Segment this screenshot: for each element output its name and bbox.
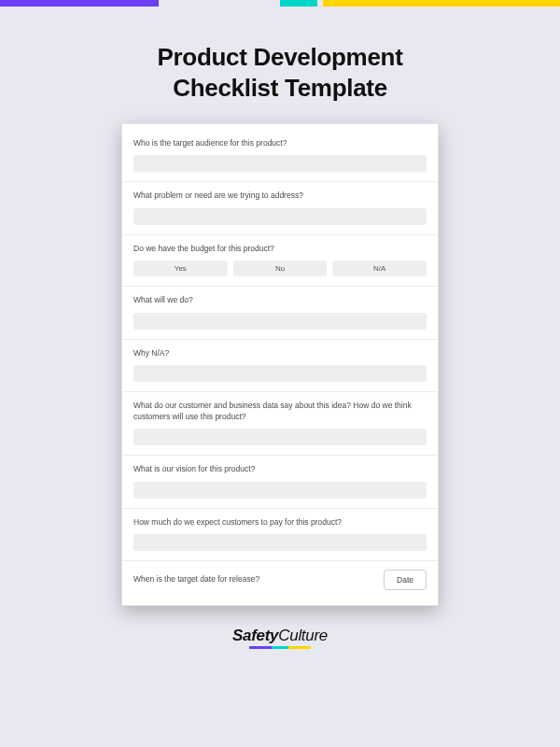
question-problem-need: What problem or need are we trying to ad… [122, 182, 438, 234]
page-title: Product Development Checklist Template [0, 42, 560, 103]
question-customer-data: What do our customer and business data s… [122, 392, 438, 456]
safetyculture-logo: SafetyCulture [0, 627, 560, 649]
option-row: Yes No N/A [133, 261, 427, 276]
option-na[interactable]: N/A [332, 261, 427, 276]
question-label: Who is the target audience for this prod… [133, 138, 427, 148]
question-what-will-we-do: What will we do? [122, 287, 438, 339]
question-vision: What is our vision for this product? [122, 456, 438, 508]
question-label: Why N/A? [133, 348, 427, 359]
question-price: How much do we expect customers to pay f… [122, 509, 438, 561]
question-label: What do our customer and business data s… [133, 401, 427, 422]
question-label: How much do we expect customers to pay f… [133, 517, 427, 528]
question-release-date: When is the target date for release? Dat… [122, 561, 438, 599]
date-button[interactable]: Date [384, 570, 427, 590]
answer-input[interactable] [133, 208, 427, 225]
question-budget: Do we have the budget for this product? … [122, 235, 438, 287]
logo-underline [249, 646, 311, 649]
answer-input[interactable] [133, 155, 427, 172]
answer-input[interactable] [133, 534, 427, 551]
answer-input[interactable] [133, 313, 427, 330]
option-yes[interactable]: Yes [133, 261, 228, 276]
decorative-top-stripe [0, 0, 560, 7]
answer-input[interactable] [133, 365, 427, 382]
question-why-na: Why N/A? [122, 340, 438, 392]
checklist-card: Who is the target audience for this prod… [121, 123, 439, 606]
answer-input[interactable] [133, 482, 427, 499]
question-target-audience: Who is the target audience for this prod… [122, 130, 438, 182]
option-no[interactable]: No [233, 261, 328, 276]
question-label: What problem or need are we trying to ad… [133, 190, 427, 201]
question-label: What is our vision for this product? [133, 464, 427, 474]
question-label: When is the target date for release? [133, 574, 259, 585]
question-label: What will we do? [133, 295, 427, 305]
answer-input[interactable] [133, 429, 427, 445]
question-label: Do we have the budget for this product? [133, 244, 427, 254]
